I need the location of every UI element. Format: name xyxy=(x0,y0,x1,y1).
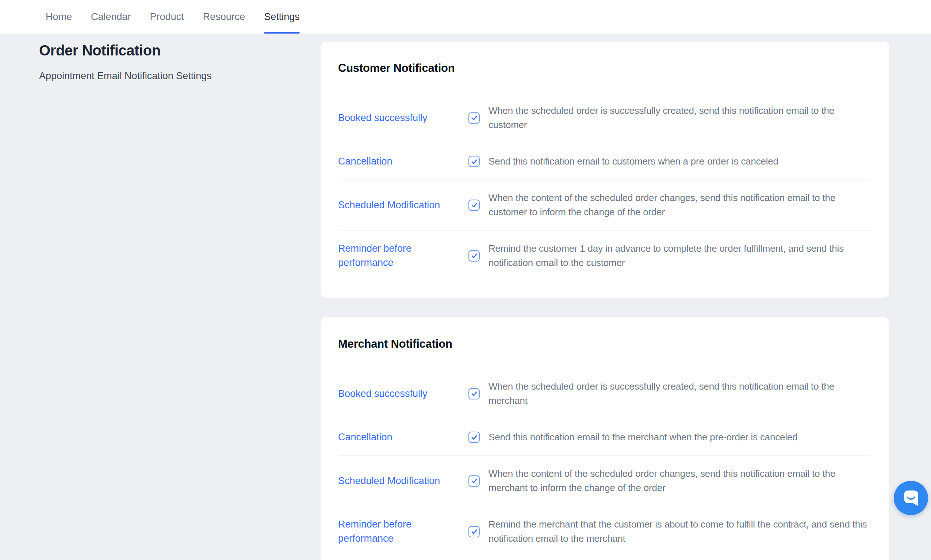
page-intro: Order Notification Appointment Email Not… xyxy=(0,34,321,82)
notification-row-booked-successfully: Booked successfully When the scheduled o… xyxy=(338,368,871,419)
row-description: Remind the merchant that the customer is… xyxy=(489,517,871,546)
settings-content: Customer Notification Booked successfull… xyxy=(321,34,889,560)
check-icon xyxy=(470,433,479,442)
row-checkbox[interactable] xyxy=(469,250,480,262)
nav-tab-home[interactable]: Home xyxy=(46,0,72,34)
page-subtitle: Appointment Email Notification Settings xyxy=(39,70,321,82)
row-label-link[interactable]: Reminder before performance xyxy=(338,242,459,270)
notification-row-reminder-before-performance: Reminder before performance Remind the m… xyxy=(338,506,871,557)
nav-tab-resource[interactable]: Resource xyxy=(203,0,245,34)
customer-notification-rows: Booked successfully When the scheduled o… xyxy=(338,93,871,281)
row-checkbox[interactable] xyxy=(469,200,480,211)
check-icon xyxy=(470,389,479,398)
check-icon xyxy=(470,251,479,260)
row-description: Send this notification email to customer… xyxy=(489,154,871,169)
row-label-link[interactable]: Booked successfully xyxy=(338,111,459,125)
nav-tab-product[interactable]: Product xyxy=(150,0,184,34)
row-label-link[interactable]: Scheduled Modification xyxy=(338,198,459,212)
row-label-link[interactable]: Cancellation xyxy=(338,154,459,169)
page-title: Order Notification xyxy=(39,42,321,59)
check-icon xyxy=(470,157,479,166)
check-icon xyxy=(470,527,479,536)
row-checkbox[interactable] xyxy=(469,475,480,487)
row-description: When the scheduled order is successfully… xyxy=(489,104,871,132)
row-checkbox[interactable] xyxy=(469,156,480,167)
notification-row-scheduled-modification: Scheduled Modification When the content … xyxy=(338,180,871,230)
top-navigation: Home Calendar Product Resource Settings xyxy=(0,0,931,34)
row-description: When the content of the scheduled order … xyxy=(489,191,871,219)
check-icon xyxy=(470,201,479,209)
row-description: Remind the customer 1 day in advance to … xyxy=(489,242,871,270)
notification-row-booked-successfully: Booked successfully When the scheduled o… xyxy=(338,93,871,143)
row-description: When the scheduled order is successfully… xyxy=(489,379,871,408)
customer-notification-card: Customer Notification Booked successfull… xyxy=(321,42,889,298)
notification-row-cancellation: Cancellation Send this notification emai… xyxy=(338,143,871,180)
check-icon xyxy=(470,114,479,122)
row-description: Send this notification email to the merc… xyxy=(489,430,871,445)
customer-notification-title: Customer Notification xyxy=(338,61,871,75)
merchant-notification-card: Merchant Notification Booked successfull… xyxy=(321,317,889,560)
chat-launcher-button[interactable] xyxy=(894,481,928,515)
merchant-notification-rows: Booked successfully When the scheduled o… xyxy=(338,368,871,557)
chat-bubble-smile-icon xyxy=(902,489,920,508)
main-area: Order Notification Appointment Email Not… xyxy=(0,34,931,560)
merchant-notification-title: Merchant Notification xyxy=(338,337,871,351)
row-label-link[interactable]: Booked successfully xyxy=(338,387,459,401)
notification-row-scheduled-modification: Scheduled Modification When the content … xyxy=(338,455,871,506)
row-checkbox[interactable] xyxy=(469,388,480,400)
row-label-link[interactable]: Reminder before performance xyxy=(338,517,459,546)
row-checkbox[interactable] xyxy=(469,432,480,443)
notification-row-reminder-before-performance: Reminder before performance Remind the c… xyxy=(338,230,871,281)
row-description: When the content of the scheduled order … xyxy=(489,467,871,495)
row-checkbox[interactable] xyxy=(469,526,480,537)
notification-row-cancellation: Cancellation Send this notification emai… xyxy=(338,419,871,455)
row-checkbox[interactable] xyxy=(469,112,480,124)
row-label-link[interactable]: Scheduled Modification xyxy=(338,474,459,488)
nav-tab-settings[interactable]: Settings xyxy=(264,0,300,34)
row-label-link[interactable]: Cancellation xyxy=(338,430,459,445)
check-icon xyxy=(470,477,479,485)
nav-tab-calendar[interactable]: Calendar xyxy=(91,0,131,34)
